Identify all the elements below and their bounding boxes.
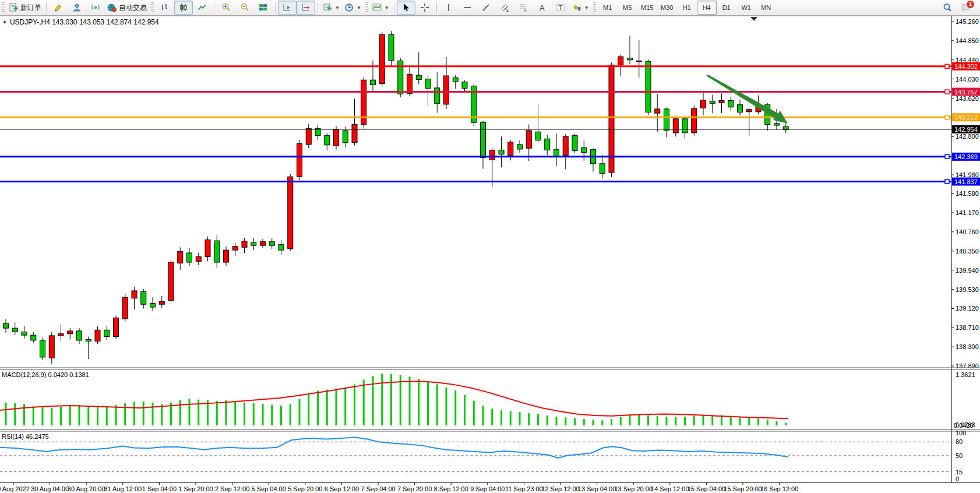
- price-axis-label: 139.530: [956, 286, 979, 293]
- candlestick: [563, 136, 568, 155]
- signal-button[interactable]: [86, 1, 105, 15]
- new-order-button[interactable]: 新订单: [6, 1, 44, 15]
- candlestick: [664, 109, 669, 131]
- autotrade-button[interactable]: 自动交易: [105, 1, 149, 15]
- candlestick: [58, 334, 64, 336]
- rsi-line: [0, 437, 788, 458]
- line-anchor-marker[interactable]: [945, 154, 949, 159]
- metaeditor-button[interactable]: [49, 1, 68, 15]
- price-badge-label: 142.369: [954, 153, 978, 160]
- channel-button[interactable]: E: [495, 1, 514, 15]
- line-anchor-marker[interactable]: [945, 115, 949, 119]
- timeframe-m30[interactable]: M30: [657, 1, 677, 15]
- line-chart-icon: [198, 3, 207, 12]
- line-anchor-marker[interactable]: [945, 179, 949, 184]
- notifications-button[interactable]: 1: [957, 1, 975, 15]
- candlestick-button[interactable]: [174, 1, 193, 15]
- trend-arrow-annotation[interactable]: [706, 75, 788, 124]
- crosshair-button[interactable]: [415, 1, 434, 15]
- search-button[interactable]: [938, 1, 957, 15]
- candlestick: [251, 242, 256, 245]
- candlestick: [453, 78, 458, 81]
- candlestick: [178, 252, 183, 263]
- cursor-icon: [401, 3, 411, 12]
- candlestick: [325, 136, 330, 145]
- candlestick: [600, 164, 605, 174]
- candlestick: [371, 80, 376, 84]
- auto-scroll-button[interactable]: [278, 1, 297, 15]
- vertical-line-icon: [444, 3, 453, 12]
- vertical-line-button[interactable]: [439, 1, 458, 15]
- signal-icon: [91, 3, 100, 12]
- new-chart-button[interactable]: ▼: [320, 1, 342, 15]
- toolbar-grip[interactable]: [593, 2, 596, 13]
- time-axis-label: 7 Sep 20:00: [397, 485, 432, 492]
- trendline-button[interactable]: [477, 1, 495, 15]
- timeframe-w1[interactable]: W1: [736, 1, 756, 15]
- candlestick: [581, 148, 587, 153]
- chart-canvas[interactable]: 144.302143.757143.212142.954142.369141.8…: [0, 16, 980, 493]
- indicators-icon: [372, 3, 382, 12]
- chevron-down-icon: ▼: [385, 5, 389, 10]
- candlestick: [68, 331, 73, 334]
- candlestick: [306, 129, 311, 145]
- time-axis-label: 30 Aug 04:00: [31, 485, 69, 492]
- price-axis-label: 138.300: [956, 343, 979, 350]
- text-label-button[interactable]: T: [551, 1, 570, 15]
- search-icon: [943, 3, 952, 12]
- chart-shift-marker[interactable]: [750, 17, 757, 21]
- toolbar-grip[interactable]: [365, 2, 368, 13]
- timeframe-h1[interactable]: H1: [677, 1, 697, 15]
- chart-shift-button[interactable]: [297, 1, 315, 15]
- candlestick: [499, 150, 504, 154]
- candlestick: [462, 82, 467, 88]
- candlestick: [554, 150, 559, 156]
- candlestick: [389, 34, 394, 60]
- rsi-axis-label: 100: [956, 429, 966, 436]
- timeframe-d1[interactable]: D1: [717, 1, 736, 15]
- time-axis-label: 13 Sep 20:00: [614, 485, 652, 492]
- chevron-down-icon: ▼: [335, 5, 340, 10]
- price-axis-label: 139.940: [956, 267, 979, 274]
- candlestick: [444, 76, 449, 104]
- toolbar-grip[interactable]: [151, 2, 154, 13]
- time-axis-label: 1 Sep 20:00: [178, 485, 213, 492]
- indicators-button[interactable]: ▼: [370, 1, 392, 15]
- macd-axis-label: 1.3621: [956, 371, 975, 378]
- zoom-out-button[interactable]: [235, 1, 254, 15]
- autotrade-icon: [107, 3, 117, 12]
- notification-badge: 1: [967, 1, 974, 8]
- zoom-in-button[interactable]: [217, 1, 235, 15]
- line-anchor-marker[interactable]: [945, 64, 949, 68]
- line-chart-button[interactable]: [193, 1, 211, 15]
- candlestick: [104, 330, 110, 336]
- fibonacci-icon: F: [519, 3, 528, 12]
- timeframe-m15[interactable]: M15: [637, 1, 657, 15]
- toolbar: 新订单 自动交易: [0, 0, 980, 16]
- timeframe-m1[interactable]: M1: [598, 1, 618, 15]
- rsi-axis-label: 50: [956, 452, 963, 459]
- arrows-button[interactable]: ▼: [570, 1, 591, 15]
- horizontal-line-button[interactable]: [458, 1, 477, 15]
- tile-windows-button[interactable]: [254, 1, 273, 15]
- chevron-down-icon: ▼: [584, 5, 589, 10]
- timeframe-m5[interactable]: M5: [618, 1, 637, 15]
- toolbar-grip[interactable]: [2, 2, 5, 13]
- time-axis-label: 8 Sep 12:00: [434, 485, 468, 492]
- new-order-icon: [9, 3, 18, 12]
- timeframe-h4[interactable]: H4: [697, 1, 717, 15]
- text-button[interactable]: A: [533, 1, 551, 15]
- bar-chart-button[interactable]: [156, 1, 174, 15]
- fibonacci-button[interactable]: F: [514, 1, 533, 15]
- cursor-button[interactable]: [397, 1, 415, 15]
- new-chart-icon: [323, 3, 332, 12]
- candlestick: [86, 339, 91, 341]
- candlestick: [159, 301, 164, 304]
- line-anchor-marker[interactable]: [945, 90, 949, 94]
- candlestick: [269, 242, 274, 245]
- period-button[interactable]: ▼: [342, 1, 364, 15]
- candlestick: [774, 124, 780, 125]
- candlestick: [435, 88, 440, 103]
- community-button[interactable]: [68, 1, 86, 15]
- timeframe-mn[interactable]: MN: [756, 1, 776, 15]
